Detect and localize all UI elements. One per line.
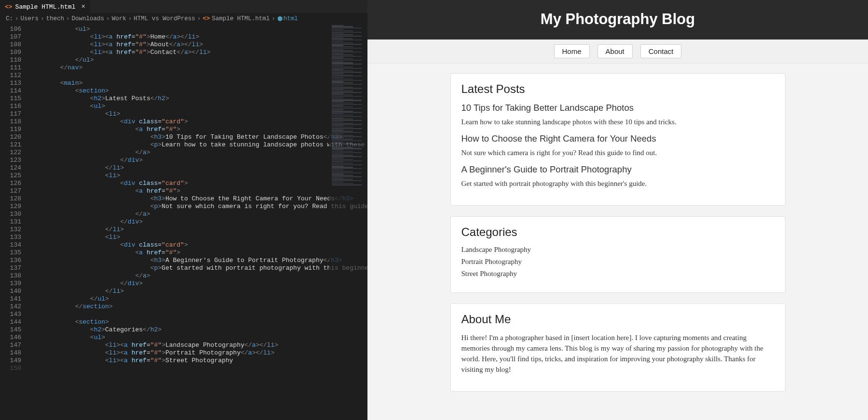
code-line[interactable]: <h2>Latest Posts</h2> [30, 95, 367, 103]
tab-filename: Sample HTML.html [15, 3, 76, 11]
code-line[interactable]: </section> [30, 303, 367, 311]
breadcrumb-segment[interactable]: HTML vs WordPress [134, 15, 195, 22]
post-title[interactable]: 10 Tips for Taking Better Landscape Phot… [461, 103, 774, 113]
line-number: 148 [0, 349, 21, 357]
code-area[interactable]: 1061071081091101111121131141151161171181… [0, 25, 367, 420]
code-line[interactable]: <section> [30, 87, 367, 95]
line-number: 118 [0, 118, 21, 126]
code-line[interactable]: </div> [30, 218, 367, 226]
code-line[interactable]: <ul> [30, 103, 367, 110]
line-number: 142 [0, 303, 21, 311]
breadcrumb-segment[interactable]: Users [21, 15, 39, 22]
breadcrumb-file[interactable]: Sample HTML.html [212, 15, 270, 22]
code-line[interactable]: <li><a href="#">Landscape Photography</a… [30, 341, 367, 349]
code-line[interactable]: <div class="card"> [30, 118, 367, 126]
code-line[interactable]: </div> [30, 280, 367, 288]
code-line[interactable]: <ul> [30, 334, 367, 341]
line-number: 125 [0, 172, 21, 180]
line-number: 129 [0, 203, 21, 210]
code-line[interactable]: <h3>10 Tips for Taking Better Landscape … [30, 133, 367, 141]
line-number: 136 [0, 257, 21, 264]
breadcrumb[interactable]: C: › Users › thech › Downloads › Work › … [0, 13, 367, 25]
code-line[interactable]: <a href="#"> [30, 126, 367, 133]
tab-bar: <> Sample HTML.html × [0, 0, 367, 13]
minimap[interactable] [329, 25, 367, 420]
line-number: 134 [0, 241, 21, 249]
line-number: 123 [0, 157, 21, 164]
editor-tab[interactable]: <> Sample HTML.html × [0, 0, 90, 13]
category-link[interactable]: Landscape Photography [461, 246, 774, 254]
code-line[interactable]: <li> [30, 110, 367, 118]
code-line[interactable] [30, 72, 367, 79]
code-line[interactable]: </li> [30, 288, 367, 295]
line-number: 138 [0, 272, 21, 280]
line-number: 139 [0, 280, 21, 288]
line-number: 137 [0, 264, 21, 272]
code-line[interactable]: <li> [30, 234, 367, 241]
nav-link-home[interactable]: Home [554, 44, 590, 58]
code-line[interactable]: <p>Get started with portrait photography… [30, 264, 367, 272]
code-content[interactable]: <ul> <li><a href="#">Home</a></li> <li><… [30, 25, 367, 420]
code-line[interactable]: </div> [30, 157, 367, 164]
line-number: 143 [0, 311, 21, 318]
code-line[interactable]: </ul> [30, 295, 367, 303]
code-line[interactable]: </nav> [30, 64, 367, 72]
code-line[interactable]: <li> [30, 172, 367, 180]
post-title[interactable]: A Beginner's Guide to Portrait Photograp… [461, 164, 774, 175]
category-link[interactable]: Street Photography [461, 270, 774, 278]
line-number: 128 [0, 195, 21, 203]
category-link[interactable]: Portrait Photography [461, 258, 774, 266]
code-line[interactable]: <main> [30, 79, 367, 87]
breadcrumb-segment[interactable]: Downloads [72, 15, 105, 22]
code-line[interactable]: </a> [30, 149, 367, 157]
line-number: 109 [0, 49, 21, 56]
code-line[interactable]: <li><a href="#">Home</a></li> [30, 33, 367, 41]
code-line[interactable]: </li> [30, 226, 367, 234]
categories-heading: Categories [461, 225, 774, 239]
nav-link-contact[interactable]: Contact [640, 44, 682, 58]
code-line[interactable]: <div class="card"> [30, 180, 367, 187]
code-line[interactable] [30, 311, 367, 318]
code-line[interactable]: </ul> [30, 56, 367, 64]
breadcrumb-segment[interactable]: Work [112, 15, 126, 22]
code-line[interactable]: <p>Learn how to take stunning landscape … [30, 141, 367, 149]
line-number: 106 [0, 26, 21, 33]
line-number: 111 [0, 64, 21, 72]
line-number: 120 [0, 133, 21, 141]
code-line[interactable]: </a> [30, 210, 367, 218]
close-icon[interactable]: × [81, 3, 85, 11]
html-file-icon: <> [203, 15, 210, 22]
code-line[interactable]: <h3>A Beginner's Guide to Portrait Photo… [30, 257, 367, 264]
breadcrumb-symbol[interactable]: ⬢ html [277, 15, 298, 23]
line-number: 130 [0, 210, 21, 218]
line-number: 110 [0, 56, 21, 64]
line-number: 132 [0, 226, 21, 234]
code-line[interactable]: </a> [30, 272, 367, 280]
line-number: 135 [0, 249, 21, 257]
code-line[interactable]: <p>Not sure which camera is right for yo… [30, 203, 367, 210]
code-line[interactable]: <h2>Categories</h2> [30, 326, 367, 334]
code-line[interactable]: <a href="#"> [30, 249, 367, 257]
nav-link-about[interactable]: About [597, 44, 633, 58]
code-line[interactable]: <a href="#"> [30, 187, 367, 195]
about-card: About Me Hi there! I'm a photographer ba… [450, 303, 786, 392]
preview-pane[interactable]: My Photography Blog HomeAboutContact Lat… [367, 0, 868, 420]
code-line[interactable]: <li><a href="#">Contact</a></li> [30, 49, 367, 56]
code-line[interactable]: <section> [30, 318, 367, 326]
breadcrumb-segment[interactable]: C: [6, 15, 13, 22]
code-line[interactable]: <li><a href="#">Portrait Photography</a>… [30, 349, 367, 357]
code-line[interactable]: <ul> [30, 26, 367, 33]
post-title[interactable]: How to Choose the Right Camera for Your … [461, 133, 774, 144]
breadcrumb-segment[interactable]: thech [46, 15, 65, 22]
line-number: 146 [0, 334, 21, 341]
line-number: 114 [0, 87, 21, 95]
site-title: My Photography Blog [367, 11, 868, 28]
line-number: 108 [0, 41, 21, 49]
line-number: 126 [0, 180, 21, 187]
line-number: 116 [0, 103, 21, 110]
code-line[interactable]: <li><a href="#">About</a></li> [30, 41, 367, 49]
code-line[interactable]: <h3>How to Choose the Right Camera for Y… [30, 195, 367, 203]
code-line[interactable]: <li><a href="#">Street Photography [30, 357, 367, 365]
code-line[interactable]: <div class="card"> [30, 241, 367, 249]
code-line[interactable]: </li> [30, 164, 367, 172]
